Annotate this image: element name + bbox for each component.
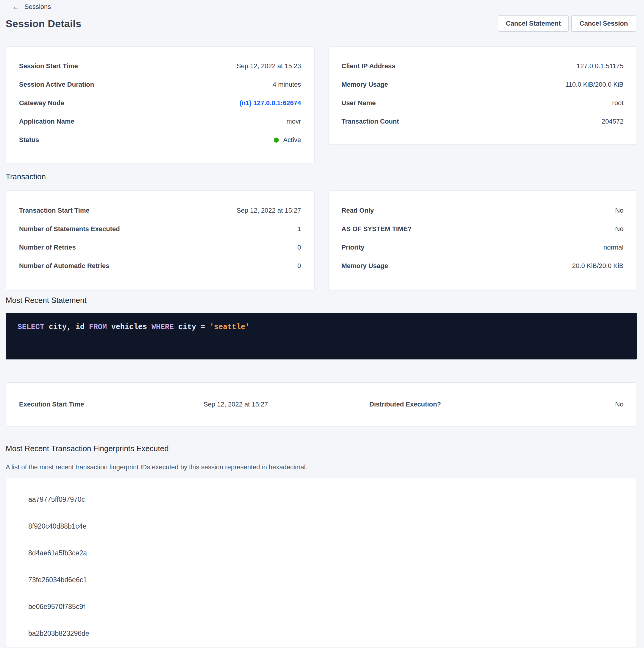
- transaction-start-time-label: Transaction Start Time: [19, 207, 90, 214]
- transaction-cards: Transaction Start Time Sep 12, 2022 at 1…: [6, 190, 637, 290]
- read-only-row: Read Only No: [342, 201, 624, 220]
- sql-statement-box: SELECT city, id FROM vehicles WHERE city…: [6, 313, 637, 360]
- sql-statement-text: SELECT city, id FROM vehicles WHERE city…: [17, 323, 250, 331]
- session-memory-usage-row: Memory Usage 110.0 KiB/200.0 KiB: [342, 75, 624, 94]
- breadcrumb-back-sessions[interactable]: ← Sessions: [12, 3, 51, 11]
- execution-start-time-label: Execution Start Time: [19, 400, 203, 408]
- session-memory-usage-label: Memory Usage: [342, 81, 388, 89]
- session-memory-usage-value: 110.0 KiB/200.0 KiB: [566, 81, 624, 89]
- session-summary-card-right: Client IP Address 127.0.0.1:51175 Memory…: [328, 47, 637, 145]
- session-active-duration-label: Session Active Duration: [19, 81, 94, 89]
- read-only-label: Read Only: [342, 207, 374, 214]
- status-text: Active: [283, 136, 301, 144]
- retries-label: Number of Retries: [19, 244, 76, 251]
- transaction-card-left: Transaction Start Time Sep 12, 2022 at 1…: [6, 190, 314, 290]
- status-value: Active: [274, 136, 301, 144]
- sql-text: vehicles: [107, 323, 152, 331]
- sql-string-literal: 'seattle': [210, 323, 250, 331]
- execution-card: Execution Start Time Sep 12, 2022 at 15:…: [6, 382, 637, 426]
- status-row: Status Active: [19, 131, 301, 149]
- transaction-count-row: Transaction Count 204572: [342, 112, 624, 131]
- transaction-section-title: Transaction: [6, 172, 644, 181]
- client-ip-row: Client IP Address 127.0.0.1:51175: [342, 57, 624, 75]
- execution-start-time-value: Sep 12, 2022 at 15:27: [203, 400, 369, 408]
- fingerprint-item: aa79775ff097970c: [6, 486, 637, 513]
- session-start-time-label: Session Start Time: [19, 62, 78, 70]
- sql-keyword: SELECT: [17, 323, 44, 331]
- priority-value: normal: [603, 244, 624, 251]
- fingerprints-section-title: Most Recent Transaction Fingerprints Exe…: [6, 444, 644, 453]
- sql-text: city =: [174, 323, 210, 331]
- sql-text: city, id: [44, 323, 89, 331]
- sql-keyword: WHERE: [152, 323, 174, 331]
- user-name-value: root: [612, 99, 624, 107]
- priority-row: Priority normal: [342, 238, 624, 257]
- gateway-node-row: Gateway Node (n1) 127.0.0.1:62674: [19, 94, 301, 112]
- fingerprint-item: ba2b203b823296de: [6, 620, 637, 647]
- automatic-retries-value: 0: [297, 262, 301, 270]
- fingerprint-item: be06e9570f785c9f: [6, 593, 637, 620]
- fingerprint-item: 8f920c40d88b1c4e: [6, 513, 637, 540]
- transaction-count-label: Transaction Count: [342, 118, 399, 125]
- statements-executed-value: 1: [297, 225, 301, 233]
- transaction-start-time-value: Sep 12, 2022 at 15:27: [237, 207, 301, 214]
- statements-executed-label: Number of Statements Executed: [19, 225, 120, 233]
- fingerprint-item: 8d4ae61a5fb3ce2a: [6, 540, 637, 566]
- user-name-label: User Name: [342, 99, 376, 107]
- transaction-start-time-row: Transaction Start Time Sep 12, 2022 at 1…: [19, 201, 301, 220]
- client-ip-label: Client IP Address: [342, 62, 396, 70]
- statement-section-title: Most Recent Statement: [6, 296, 644, 305]
- page-title: Session Details: [6, 18, 81, 30]
- header-actions: Cancel Statement Cancel Session: [498, 15, 636, 32]
- transaction-memory-usage-value: 20.0 KiB/20.0 KiB: [572, 262, 624, 270]
- session-summary-cards: Session Start Time Sep 12, 2022 at 15:23…: [6, 47, 637, 163]
- sql-keyword: FROM: [89, 323, 107, 331]
- session-summary-card-left: Session Start Time Sep 12, 2022 at 15:23…: [6, 47, 314, 163]
- client-ip-value: 127.0.0.1:51175: [577, 62, 624, 70]
- user-name-row: User Name root: [342, 94, 624, 112]
- statements-executed-row: Number of Statements Executed 1: [19, 220, 301, 238]
- session-active-duration-row: Session Active Duration 4 minutes: [19, 75, 301, 94]
- fingerprints-list: aa79775ff097970c 8f920c40d88b1c4e 8d4ae6…: [6, 486, 637, 647]
- as-of-system-time-label: AS OF SYSTEM TIME?: [342, 225, 412, 233]
- fingerprint-item: 73fe26034bd6e6c1: [6, 566, 637, 593]
- transaction-memory-usage-label: Memory Usage: [342, 262, 388, 270]
- status-active-dot-icon: [274, 138, 279, 143]
- distributed-execution-value: No: [615, 400, 624, 408]
- session-start-time-value: Sep 12, 2022 at 15:23: [237, 62, 301, 70]
- gateway-node-label: Gateway Node: [19, 99, 64, 107]
- as-of-system-time-row: AS OF SYSTEM TIME? No: [342, 220, 624, 238]
- application-name-row: Application Name movr: [19, 112, 301, 131]
- status-label: Status: [19, 136, 39, 144]
- application-name-label: Application Name: [19, 118, 74, 125]
- automatic-retries-label: Number of Automatic Retries: [19, 262, 110, 270]
- back-arrow-icon: ←: [12, 3, 20, 11]
- page-header: Session Details Cancel Statement Cancel …: [6, 15, 636, 32]
- automatic-retries-row: Number of Automatic Retries 0: [19, 257, 301, 275]
- transaction-card-right: Read Only No AS OF SYSTEM TIME? No Prior…: [328, 190, 637, 290]
- retries-row: Number of Retries 0: [19, 238, 301, 257]
- fingerprints-description: A list of the most recent transaction fi…: [6, 463, 637, 471]
- session-active-duration-value: 4 minutes: [273, 81, 301, 89]
- priority-label: Priority: [342, 244, 364, 251]
- gateway-node-link[interactable]: (n1) 127.0.0.1:62674: [240, 99, 301, 107]
- cancel-statement-button[interactable]: Cancel Statement: [498, 15, 569, 32]
- breadcrumb-label: Sessions: [24, 3, 51, 11]
- as-of-system-time-value: No: [615, 225, 624, 233]
- transaction-count-value: 204572: [602, 118, 624, 125]
- distributed-execution-label: Distributed Execution?: [369, 400, 615, 408]
- transaction-memory-usage-row: Memory Usage 20.0 KiB/20.0 KiB: [342, 257, 624, 275]
- read-only-value: No: [615, 207, 624, 214]
- retries-value: 0: [297, 244, 301, 251]
- session-start-time-row: Session Start Time Sep 12, 2022 at 15:23: [19, 57, 301, 75]
- application-name-value: movr: [287, 118, 301, 125]
- session-details-page: ← Sessions Session Details Cancel Statem…: [0, 0, 644, 648]
- fingerprints-card: aa79775ff097970c 8f920c40d88b1c4e 8d4ae6…: [6, 478, 637, 647]
- cancel-session-button[interactable]: Cancel Session: [571, 15, 636, 32]
